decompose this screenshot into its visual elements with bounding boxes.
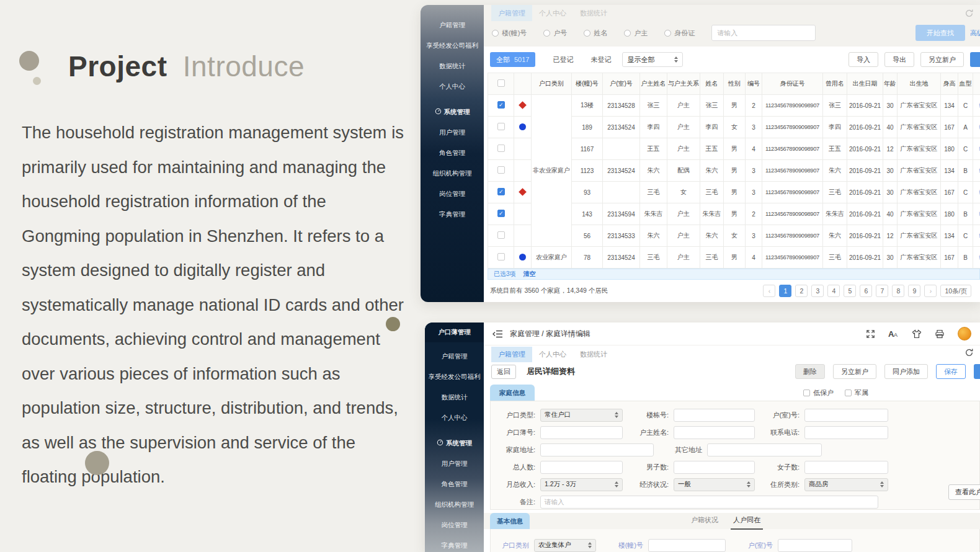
select-经济状况:[interactable]: 一般 xyxy=(674,478,755,491)
search-input[interactable] xyxy=(711,25,816,41)
同户添加-button[interactable]: 同户添加 xyxy=(884,364,928,379)
family-info-tab[interactable]: 家庭信息 xyxy=(490,385,535,401)
tab-个人中心[interactable]: 个人中心 xyxy=(532,5,573,21)
sidebar-item-岗位管理[interactable]: 岗位管理 xyxy=(421,184,484,204)
sidebar-item-角色管理[interactable]: 角色管理 xyxy=(425,474,484,494)
pagination-page-9[interactable]: 9 xyxy=(908,285,920,297)
input-其它地址[interactable] xyxy=(707,443,822,456)
row-checkbox[interactable] xyxy=(497,166,505,174)
select-月总收入:[interactable]: 1.2万 - 3万 xyxy=(540,478,623,491)
print-icon[interactable] xyxy=(935,329,945,339)
sidebar-item-角色管理[interactable]: 角色管理 xyxy=(421,143,484,163)
pagination-page-1[interactable]: 1 xyxy=(779,285,791,297)
删除-button[interactable]: 删除 xyxy=(795,364,825,379)
clear-selection-link[interactable]: 清空 xyxy=(523,270,536,278)
tab-数据统计[interactable]: 数据统计 xyxy=(573,347,614,362)
sidebar-item-享受经发公司福利[interactable]: 享受经发公司福利 xyxy=(421,35,484,56)
tab-户籍管理[interactable]: 户籍管理 xyxy=(491,347,532,362)
select-all-checkbox[interactable] xyxy=(497,79,505,87)
filter-all-button[interactable]: 全部 5017 xyxy=(490,52,535,67)
fullscreen-icon[interactable] xyxy=(866,329,875,339)
input-户主姓名:[interactable] xyxy=(674,426,755,439)
input-楼栋号:[interactable] xyxy=(674,409,755,422)
sidebar-item-数据统计[interactable]: 数据统计 xyxy=(421,56,484,76)
tab-个人中心[interactable]: 个人中心 xyxy=(532,347,573,362)
sidebar-item-用户管理[interactable]: 用户管理 xyxy=(421,122,484,143)
basic-info-tab[interactable]: 基本信息 xyxy=(490,513,530,529)
filter-unregistered[interactable]: 未登记 xyxy=(590,55,611,65)
status-tab-户籍状况[interactable]: 户籍状况 xyxy=(688,515,721,530)
pagination-page-4[interactable]: 4 xyxy=(827,285,840,297)
tab-户籍管理[interactable]: 户籍管理 xyxy=(491,5,532,21)
add-button[interactable] xyxy=(970,52,980,67)
sidebar-item-享受经发公司福利[interactable]: 享受经发公司福利 xyxy=(425,367,484,387)
collapse-menu-icon[interactable] xyxy=(492,330,503,338)
back-button[interactable]: 返回 xyxy=(491,365,516,379)
input-户(室)号[interactable] xyxy=(778,539,852,552)
sidebar-item-数据统计[interactable]: 数据统计 xyxy=(425,387,484,407)
font-size-icon[interactable]: AA xyxy=(888,329,899,338)
input-男子数:[interactable] xyxy=(674,461,755,474)
refresh-icon[interactable] xyxy=(964,9,974,20)
pagination-page-size[interactable]: 10条/页 xyxy=(940,285,971,297)
row-checkbox[interactable] xyxy=(497,210,505,217)
search-button[interactable]: 开始查找 xyxy=(915,25,965,41)
input-户口薄号:[interactable] xyxy=(540,426,623,439)
import-button[interactable]: 导入 xyxy=(849,52,878,67)
input-联系电话:[interactable] xyxy=(804,426,888,439)
sidebar-item-户籍管理[interactable]: 户籍管理 xyxy=(421,15,484,35)
radio-户主[interactable]: 户主 xyxy=(624,29,648,38)
input-家庭地址:[interactable] xyxy=(540,443,654,456)
sidebar-item-个人中心[interactable]: 个人中心 xyxy=(425,407,484,428)
sidebar-item-组织机构管理[interactable]: 组织机构管理 xyxy=(421,163,484,184)
sidebar-item-用户管理[interactable]: 用户管理 xyxy=(425,453,484,474)
checkbox-军属[interactable]: 军属 xyxy=(845,388,868,398)
pagination-page-8[interactable]: 8 xyxy=(892,285,904,297)
pagination-page-2[interactable]: 2 xyxy=(795,285,808,297)
input-楼(幢)号[interactable] xyxy=(648,539,726,552)
select-住所类别:[interactable]: 商品房 xyxy=(804,478,888,491)
sidebar-item-字典管理[interactable]: 字典管理 xyxy=(425,535,484,552)
input-备注:[interactable]: 请输入 xyxy=(540,496,878,509)
pagination-page-3[interactable]: 3 xyxy=(811,285,824,297)
pagination-page-6[interactable]: 6 xyxy=(860,285,872,297)
add-button[interactable] xyxy=(974,364,980,379)
select-户口类别[interactable]: 农业集体户 xyxy=(534,539,596,552)
select-户口类型:[interactable]: 常住户口 xyxy=(540,409,623,422)
row-checkbox[interactable] xyxy=(497,101,505,109)
input-户(室)号:[interactable] xyxy=(804,409,888,422)
row-checkbox[interactable] xyxy=(497,188,505,195)
radio-户号[interactable]: 户号 xyxy=(543,29,567,38)
new-household-button[interactable]: 另立新户 xyxy=(920,52,964,67)
advanced-search-link[interactable]: 高级查找 xyxy=(970,29,980,38)
tab-数据统计[interactable]: 数据统计 xyxy=(573,5,614,21)
display-filter-select[interactable]: 显示全部 xyxy=(622,52,683,67)
radio-身份证[interactable]: 身份证 xyxy=(664,29,695,38)
row-checkbox[interactable] xyxy=(497,123,505,130)
sidebar-item-个人中心[interactable]: 个人中心 xyxy=(421,76,484,97)
row-checkbox[interactable] xyxy=(497,145,505,152)
input-女子数:[interactable] xyxy=(804,461,888,474)
pagination-page-5[interactable]: 5 xyxy=(844,285,856,297)
checkbox-低保户[interactable]: 低保户 xyxy=(803,388,834,398)
pagination-page-7[interactable]: 7 xyxy=(876,285,888,297)
radio-楼(幢)号[interactable]: 楼(幢)号 xyxy=(492,29,527,38)
filter-registered[interactable]: 已登记 xyxy=(553,55,573,65)
sidebar-item-户籍管理[interactable]: 户籍管理 xyxy=(425,346,484,367)
sidebar-item-字典管理[interactable]: 字典管理 xyxy=(421,204,484,225)
sidebar-item-户口薄管理[interactable]: 户口薄管理 xyxy=(425,323,484,342)
row-checkbox[interactable] xyxy=(497,231,505,239)
pagination-next[interactable]: › xyxy=(924,285,937,297)
sidebar-item-系统管理[interactable]: 系统管理 xyxy=(421,102,484,122)
theme-shirt-icon[interactable] xyxy=(912,329,922,339)
sidebar-item-系统管理[interactable]: 系统管理 xyxy=(425,433,484,453)
row-checkbox[interactable] xyxy=(497,253,505,260)
radio-姓名[interactable]: 姓名 xyxy=(584,29,607,38)
pagination-prev[interactable]: ‹ xyxy=(763,285,775,297)
input-总人数:[interactable] xyxy=(540,461,623,474)
另立新户-button[interactable]: 另立新户 xyxy=(833,364,876,379)
status-tab-人户同在[interactable]: 人户同在 xyxy=(731,515,763,530)
view-members-button[interactable]: 查看此户成员 xyxy=(948,484,980,500)
保存-button[interactable]: 保存 xyxy=(936,364,966,379)
export-button[interactable]: 导出 xyxy=(884,52,914,67)
